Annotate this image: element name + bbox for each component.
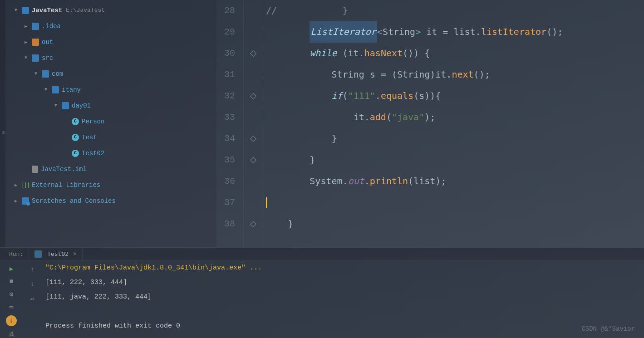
fold-icon[interactable] [250,220,256,227]
code-line[interactable]: it.add("java"); [266,107,644,128]
chevron-right-icon[interactable] [25,24,30,29]
close-icon[interactable]: × [73,250,77,258]
line-number[interactable]: 35 [216,149,235,171]
fold-icon[interactable] [250,93,256,99]
structure-tab-icon[interactable]: ⊞ [0,131,5,134]
run-toolbar-secondary: ↑ ↓ ↩ [23,261,42,338]
tree-item--idea[interactable]: .idea [5,18,216,34]
code-line[interactable] [266,192,644,213]
tree-item-label: .idea [42,23,61,30]
chevron-right-icon[interactable] [25,39,30,45]
line-number[interactable]: 32 [216,85,235,107]
project-icon [22,7,29,14]
tree-item-test02[interactable]: CTest02 [5,145,216,161]
tree-item-itany[interactable]: itany [5,82,216,98]
tree-item-label: External Libraries [32,181,100,189]
up-icon[interactable]: ↑ [28,265,36,274]
console-line: Process finished with exit code 0 [45,319,644,333]
rerun-icon[interactable]: ▶ [7,265,15,273]
tree-item-day01[interactable]: day01 [5,98,216,113]
fold-icon[interactable] [250,50,256,56]
fold-icon[interactable] [250,135,256,142]
library-icon [22,181,29,189]
code-line[interactable]: System.out.println(list); [266,171,644,192]
line-number[interactable]: 34 [216,128,235,149]
code-line[interactable]: String s = (String)it.next(); [266,64,644,85]
code-content[interactable]: // } ListIterator<String> it = list.list… [264,0,644,247]
tree-project-root[interactable]: JavaTest E:\JavaTest [5,2,216,18]
chevron-down-icon[interactable] [25,55,30,60]
tree-scratches[interactable]: Scratches and Consoles [5,193,216,209]
folder-icon [22,197,29,205]
line-number[interactable]: 37 [216,192,235,213]
code-line[interactable]: } [266,149,644,171]
line-number[interactable]: 36 [216,171,235,192]
fold-icon[interactable] [250,157,256,163]
class-icon: C [72,134,79,141]
folder-icon [32,54,39,62]
chevron-right-icon[interactable] [15,198,20,204]
folder-icon [62,102,69,109]
tree-item-out[interactable]: out [5,34,216,50]
code-editor[interactable]: 2829303132333435363738 // } ListIterator… [216,0,644,247]
run-config-icon [34,250,42,258]
console-command: "C:\Program Files\Java\jdk1.8.0_341\bin\… [45,261,644,275]
console-output[interactable]: "C:\Program Files\Java\jdk1.8.0_341\bin\… [42,261,644,338]
run-tabs-bar: Run: Test02 × [0,248,644,261]
code-line[interactable]: } [266,128,644,149]
chevron-down-icon[interactable] [34,71,40,76]
debug-icon[interactable]: ⚙ [7,290,15,298]
project-path: E:\JavaTest [66,7,105,14]
down-icon[interactable]: ↓ [28,280,36,288]
tree-item-label: Person [82,118,104,125]
code-line[interactable]: // } [266,0,644,21]
tree-item-label: out [42,39,53,46]
tree-item-label: Test [82,134,97,141]
print-icon[interactable]: ⎙ [7,331,15,338]
class-icon: C [72,150,79,157]
line-number[interactable]: 28 [216,0,235,21]
download-icon[interactable]: ↓ [6,315,17,326]
tree-item-label: Scratches and Consoles [32,197,116,205]
code-line[interactable]: while (it.hasNext()) { [266,43,644,64]
chevron-down-icon[interactable] [15,8,20,13]
code-line[interactable]: } [266,213,644,235]
line-number[interactable]: 30 [216,43,235,64]
left-tool-strip[interactable]: ⊞ [0,0,5,247]
run-panel: Run: Test02 × ▶ ■ ⚙ ▭ ↓ ⎙ 📌 ↑ ↓ ↩ "C [0,247,644,338]
run-tab-test02[interactable]: Test02 × [29,248,83,260]
file-icon [32,166,38,173]
line-number[interactable]: 38 [216,213,235,235]
chevron-right-icon[interactable] [15,182,20,188]
folding-gutter[interactable] [244,0,264,247]
line-number[interactable]: 33 [216,107,235,128]
tree-item-javatest-iml[interactable]: JavaTest.iml [5,161,216,177]
tree-item-label: Test02 [82,150,104,157]
wrap-icon[interactable]: ↩ [28,294,36,303]
line-number-gutter[interactable]: 2829303132333435363738 [216,0,244,247]
layout-icon[interactable]: ▭ [7,303,15,311]
code-line[interactable]: if("111".equals(s)){ [266,85,644,107]
tree-item-person[interactable]: CPerson [5,113,216,129]
run-label: Run: [9,251,23,258]
line-number[interactable]: 29 [216,21,235,43]
project-name: JavaTest [32,7,62,14]
tree-item-com[interactable]: com [5,66,216,82]
tree-item-label: itany [62,86,81,93]
folder-orange-icon [32,39,39,46]
tree-item-label: com [52,70,63,78]
line-number[interactable]: 31 [216,64,235,85]
code-line[interactable]: ListIterator<String> it = list.listItera… [266,21,644,43]
project-tree-sidebar: JavaTest E:\JavaTest .ideaoutsrccomitany… [5,0,216,247]
chevron-down-icon[interactable] [54,103,60,108]
stop-icon[interactable]: ■ [7,277,15,285]
class-icon: C [72,118,79,125]
tree-item-src[interactable]: src [5,50,216,66]
tree-item-label: day01 [72,102,91,109]
console-line [45,304,644,319]
tree-item-test[interactable]: CTest [5,129,216,145]
folder-icon [42,70,49,78]
folder-icon [32,23,39,30]
tree-external-libraries[interactable]: External Libraries [5,177,216,193]
chevron-down-icon[interactable] [44,87,50,92]
